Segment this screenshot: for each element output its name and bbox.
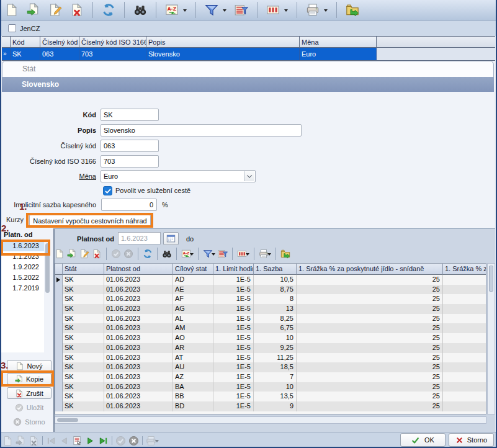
tab-kurzy[interactable]: Kurzy: [6, 216, 24, 223]
selected-country-row[interactable]: »SK063703SlovenskoEuro: [2, 48, 495, 61]
export-icon[interactable]: [346, 3, 359, 17]
kapesne-field[interactable]: 0: [101, 199, 157, 211]
row-marker-icon: »: [2, 48, 11, 60]
new-icon[interactable]: [5, 3, 19, 17]
table-row[interactable]: SK01.06.2023AR1E-59,2525: [55, 343, 486, 353]
ok-check-icon: [411, 436, 419, 444]
mena-field[interactable]: Euro: [101, 170, 256, 182]
rates-vertical-scrollbar[interactable]: [487, 263, 495, 414]
row-columns-icon-dropdown[interactable]: [246, 251, 249, 258]
last-record-icon[interactable]: [98, 436, 109, 446]
calendar-button[interactable]: [163, 232, 179, 245]
popis-field[interactable]: Slovensko: [101, 124, 302, 137]
date-item[interactable]: 1.9.2022: [1, 262, 44, 272]
kod-field[interactable]: SK: [101, 109, 159, 121]
cell: 8,75: [254, 285, 297, 295]
ok-button[interactable]: OK: [400, 433, 446, 447]
date-list-scrollbar[interactable]: [45, 243, 50, 350]
column-header[interactable]: 1. Sazba: [254, 264, 297, 275]
table-row[interactable]: SK01.06.2023BB1E-513,525: [55, 392, 486, 401]
column-header[interactable]: Platnost od: [104, 264, 173, 275]
row-filter-icon-dropdown[interactable]: [212, 251, 215, 258]
table-row[interactable]: SK01.06.2023AM1E-56,7525: [55, 323, 486, 333]
next-record-icon[interactable]: [85, 436, 96, 446]
row-export-icon[interactable]: [280, 249, 290, 259]
cell: AL: [173, 314, 213, 324]
row-sort-icon-dropdown[interactable]: [190, 251, 194, 258]
kopie-button[interactable]: Kopie: [7, 373, 51, 385]
cell: 063: [40, 48, 79, 60]
record-list-icon[interactable]: [72, 436, 83, 446]
rates-horizontal-scrollbar[interactable]: [55, 416, 486, 424]
date-item[interactable]: 1.6.2023: [1, 241, 44, 251]
table-row[interactable]: SK01.06.2023BD1E-5925: [55, 401, 486, 411]
row-copy-icon[interactable]: [67, 249, 77, 259]
table-row[interactable]: SK01.06.2023AO1E-51025: [55, 333, 486, 343]
column-header[interactable]: Číselný kód: [40, 36, 79, 48]
column-header[interactable]: 1. Srážka % za poskytnuté jídlo - snídan…: [297, 264, 443, 275]
table-row[interactable]: SK01.06.2023BA1E-51025: [55, 382, 486, 392]
zrusit-button[interactable]: Zrušit: [7, 387, 51, 399]
column-header[interactable]: Kód: [11, 36, 40, 48]
column-header[interactable]: Měna: [300, 36, 377, 48]
row-search-icon[interactable]: [162, 249, 172, 259]
ciselny-kod-field[interactable]: 063: [101, 140, 159, 152]
filter-icon[interactable]: [205, 3, 218, 17]
povolit-checkbox[interactable]: [103, 186, 112, 195]
column-header[interactable]: Cílový stat: [173, 264, 213, 275]
row-print-icon-dropdown[interactable]: [267, 251, 271, 258]
storno-button[interactable]: Storno: [449, 433, 494, 447]
cell: 01.06.2023: [104, 314, 173, 324]
cell: SK: [63, 343, 104, 353]
bottom-cancel-icon[interactable]: [128, 436, 139, 446]
print-icon-dropdown[interactable]: [324, 7, 328, 14]
table-row[interactable]: SK01.06.2023AT1E-511,2525: [55, 353, 486, 363]
column-header[interactable]: 1. Limit hodin: [213, 264, 254, 275]
column-header[interactable]: Číselný kód ISO 3166: [79, 36, 146, 48]
column-header[interactable]: 1. Srážka % za pos: [443, 264, 486, 275]
edit-icon[interactable]: [48, 3, 62, 17]
row-edit-icon[interactable]: [79, 249, 89, 259]
copy-icon[interactable]: [27, 3, 40, 17]
tab-nastaveni-vypoctu[interactable]: Nastavení vypočtu cestovních náhrad: [29, 215, 151, 227]
cell: [443, 314, 486, 324]
cell: BB: [173, 392, 213, 401]
table-row[interactable]: SK01.06.2023AE1E-58,7525: [55, 285, 486, 295]
kapesne-suffix: %: [162, 199, 168, 211]
table-row[interactable]: SK01.06.2023AU1E-518,525: [55, 362, 486, 372]
search-icon[interactable]: [133, 3, 147, 17]
filter-grid-icon[interactable]: [235, 3, 248, 17]
jencz-checkbox[interactable]: [8, 24, 16, 32]
platnost-od-field[interactable]: 1.6.2023: [118, 232, 161, 244]
table-row[interactable]: SK01.06.2023AG1E-51325: [55, 304, 486, 314]
row-delete-icon[interactable]: [92, 249, 102, 259]
novy-button[interactable]: Nový: [7, 360, 51, 372]
iso-field[interactable]: 703: [101, 155, 159, 168]
column-header[interactable]: Stát: [63, 264, 104, 275]
column-header[interactable]: Popis: [146, 36, 300, 48]
sort-icon-dropdown[interactable]: [183, 7, 187, 14]
cell: 13: [254, 304, 297, 314]
row-filter-grid-icon[interactable]: [218, 249, 228, 259]
table-row[interactable]: SK01.06.2023AF1E-5825: [55, 294, 486, 304]
table-row[interactable]: SK01.06.2023AL1E-58,2525: [55, 314, 486, 324]
date-item[interactable]: 1.1.2023: [1, 251, 44, 262]
row-refresh-icon[interactable]: [143, 249, 153, 259]
mena-label[interactable]: Měna: [2, 170, 96, 182]
table-row[interactable]: SK01.06.2023AZ1E-5725: [55, 372, 486, 382]
separator: [232, 248, 233, 260]
print-icon[interactable]: [306, 3, 320, 17]
columns-icon[interactable]: [266, 3, 280, 17]
date-item[interactable]: 1.7.2019: [1, 283, 44, 293]
sort-icon[interactable]: [165, 3, 179, 17]
platnost-list-header[interactable]: Platn. od: [4, 231, 47, 238]
table-row[interactable]: SK01.06.2023AD1E-510,525: [55, 275, 486, 285]
refresh-icon[interactable]: [102, 3, 115, 17]
cell: 1E-5: [213, 275, 254, 285]
delete-icon[interactable]: [70, 3, 84, 17]
row-new-icon[interactable]: [55, 249, 65, 259]
columns-icon-dropdown[interactable]: [284, 7, 288, 14]
mena-dropdown-icon[interactable]: [244, 171, 254, 181]
date-item[interactable]: 1.5.2022: [1, 272, 44, 283]
filter-icon-dropdown[interactable]: [223, 7, 226, 14]
